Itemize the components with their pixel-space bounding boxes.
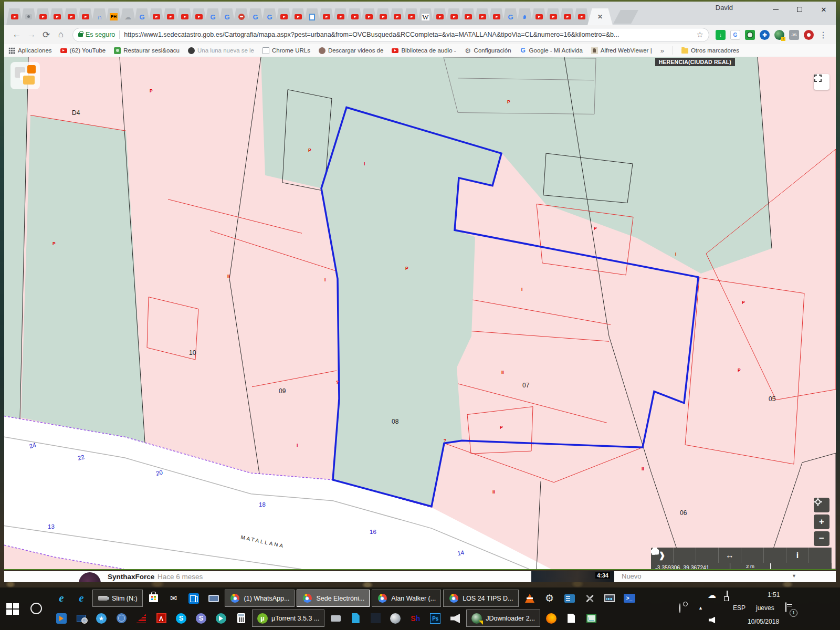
browser-tab[interactable] (545, 8, 561, 25)
browser-tab[interactable] (35, 8, 51, 25)
ie-taskbar-icon[interactable]: e (55, 592, 68, 605)
parcel-green[interactable] (21, 115, 145, 443)
taskbar-button[interactable]: Sede Electróni... (297, 590, 370, 607)
browser-tab[interactable] (304, 8, 320, 25)
adblock-extension-icon[interactable] (804, 30, 814, 40)
channel-avatar[interactable] (79, 572, 101, 582)
browser-tab[interactable]: W (417, 8, 434, 25)
phone-taskbar-icon[interactable] (187, 592, 200, 605)
people-tray-icon[interactable] (679, 603, 680, 613)
browser-tab[interactable] (517, 8, 533, 25)
browser-tab[interactable]: PH (106, 8, 122, 25)
browser-tab[interactable] (148, 8, 164, 25)
close-button[interactable]: ✕ (812, 2, 836, 17)
mail-taskbar-icon[interactable]: ✉ (167, 592, 180, 605)
page-taskbar-icon[interactable] (565, 612, 578, 625)
gear-taskbar-icon[interactable]: ⚙ (543, 592, 556, 605)
bookmark-item[interactable]: GGoogle - Mi Activida (520, 47, 583, 54)
browser-tab[interactable] (446, 8, 462, 25)
earth-taskbar-icon[interactable] (389, 612, 402, 625)
ccl-taskbar-icon[interactable]: ★ (95, 612, 108, 625)
minimize-button[interactable] (763, 2, 788, 17)
remote-taskbar-icon[interactable] (207, 592, 220, 605)
bfile-taskbar-icon[interactable] (349, 612, 362, 625)
taskbar-button[interactable]: Alan Walker (... (372, 590, 441, 607)
translate-extension-icon[interactable]: G (730, 30, 740, 40)
wmp-taskbar-icon[interactable] (55, 612, 68, 625)
onedrive-tray-icon[interactable]: ☁ (708, 590, 716, 600)
layers-button[interactable] (696, 548, 719, 563)
browser-tab[interactable]: ☁ (120, 8, 136, 25)
home-button[interactable]: ⌂ (54, 29, 68, 40)
browser-tab[interactable]: G (247, 8, 264, 25)
browser-tab[interactable] (559, 8, 575, 25)
tray-clock-day[interactable]: jueves (756, 604, 774, 612)
bookmarks-overflow-icon[interactable]: » (660, 47, 664, 55)
browser-tab[interactable]: G (134, 8, 150, 25)
store-taskbar-icon[interactable] (148, 592, 160, 605)
browser-tab[interactable] (488, 8, 505, 25)
horn-taskbar-icon[interactable] (449, 612, 461, 625)
cadastre-tools-button[interactable] (809, 548, 832, 563)
browser-tab[interactable] (375, 8, 391, 25)
active-tab[interactable]: ✕ (587, 8, 613, 25)
device-taskbar-icon[interactable] (329, 612, 342, 625)
skype-taskbar-icon[interactable]: S (175, 612, 187, 625)
bookmark-item[interactable]: (62) YouTube (60, 47, 106, 54)
vlc-taskbar-icon[interactable] (523, 592, 536, 605)
action-center-icon[interactable] (785, 602, 786, 612)
calc-taskbar-icon[interactable] (235, 612, 247, 625)
scrollbar-down-icon[interactable]: ▼ (792, 573, 796, 579)
video-thumbnail[interactable]: 4:34 (531, 571, 614, 582)
bookmark-item[interactable]: Biblioteca de audio - (392, 47, 456, 54)
browser-tab[interactable]: G (261, 8, 278, 25)
browser-tab[interactable] (432, 8, 448, 25)
browser-tab[interactable] (6, 8, 23, 25)
ps-taskbar-icon[interactable]: Ps (429, 612, 442, 625)
browser-tab[interactable] (176, 8, 193, 25)
bookmark-item[interactable]: Una luna nueva se le (188, 47, 254, 54)
browser-tab[interactable] (573, 8, 590, 25)
tray-overflow-icon[interactable]: ▲ (698, 605, 703, 611)
browser-tab[interactable] (191, 8, 207, 25)
tray-clock-time[interactable]: 1:51 (768, 591, 780, 598)
tools-taskbar-icon[interactable] (583, 592, 596, 605)
srch-taskbar-icon[interactable] (75, 612, 88, 625)
forward-button[interactable]: → (24, 29, 39, 40)
chrome-menu-icon[interactable]: ⋮ (819, 30, 827, 40)
new-tab-button[interactable] (613, 10, 638, 24)
zoom-in-button[interactable]: + (814, 514, 830, 529)
scope-taskbar-icon[interactable] (585, 612, 597, 625)
bookmark-item[interactable]: Restaurar sesi&oacu (114, 47, 180, 54)
browser-tab[interactable] (290, 8, 306, 25)
ff-taskbar-icon[interactable] (545, 612, 558, 625)
bookmark-item[interactable]: Aplicaciones (8, 47, 52, 54)
browser-tab[interactable] (389, 8, 405, 25)
tab-close-icon[interactable]: ✕ (597, 13, 603, 20)
browser-tab[interactable]: ∩ (91, 8, 108, 25)
url-text[interactable]: https://www1.sedecatastro.gob.es/Cartogr… (124, 31, 693, 38)
reload-button[interactable]: ⟳ (39, 29, 54, 40)
tray-clock-date[interactable]: 10/05/2018 (748, 618, 779, 625)
bookmark-star-icon[interactable]: ☆ (697, 30, 704, 39)
measure-button[interactable]: ↔ (719, 548, 741, 563)
browser-tab[interactable] (162, 8, 178, 25)
browser-tab[interactable] (77, 8, 93, 25)
bookmark-item[interactable]: Descargar videos de (319, 47, 383, 54)
map-canvas[interactable]: D410090807050624222018161314MATALLANAPPP… (4, 57, 836, 569)
zoom-out-button[interactable]: − (814, 531, 830, 546)
address-bar[interactable]: Es seguro https://www1.sedecatastro.gob.… (72, 28, 709, 42)
print-button[interactable] (741, 548, 764, 563)
cortana-button[interactable] (30, 603, 42, 614)
profile-name[interactable]: David (716, 4, 733, 12)
back-button[interactable]: ← (9, 29, 24, 40)
idm-extension-icon[interactable]: ✚ (760, 30, 770, 40)
downloader-extension-icon[interactable]: ↓ (716, 30, 726, 40)
edge-taskbar-icon[interactable]: e (75, 592, 88, 605)
globe-extension-icon[interactable]: ! (774, 30, 784, 40)
browser-tab[interactable] (474, 8, 490, 25)
swan-taskbar-icon[interactable] (369, 612, 382, 625)
taskbar-button[interactable]: LOS 24 TIPS D... (443, 590, 518, 607)
browser-tab[interactable] (233, 8, 249, 25)
browser-tab[interactable]: G (219, 8, 235, 25)
